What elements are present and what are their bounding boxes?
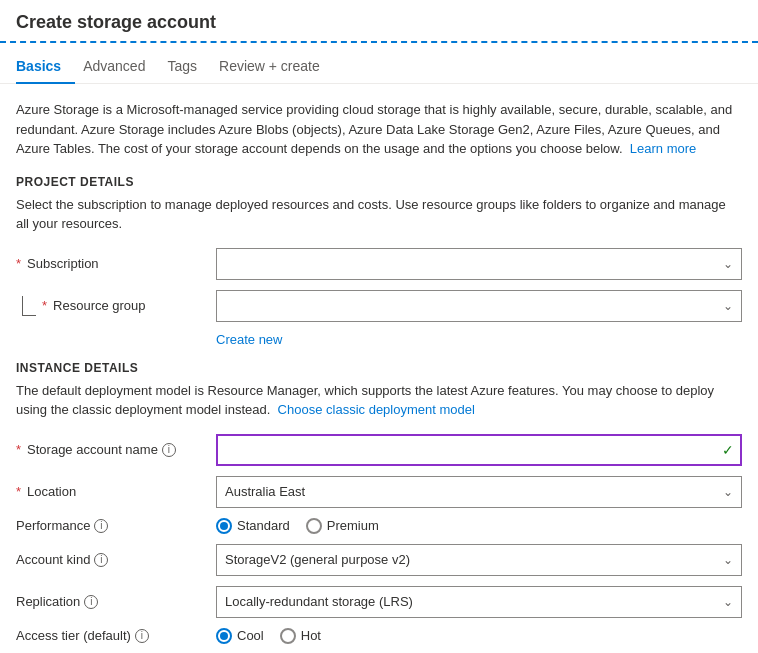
storage-name-input[interactable] [216,434,742,466]
resource-group-chevron-icon: ⌄ [723,299,733,313]
performance-radio-group: Standard Premium [216,518,742,534]
performance-standard-radio-circle [216,518,232,534]
performance-premium-radio[interactable]: Premium [306,518,379,534]
resource-group-row: * Resource group ⌄ [16,290,742,322]
replication-label: Replication i [16,594,216,609]
account-kind-control: StorageV2 (general purpose v2) ⌄ [216,544,742,576]
access-tier-hot-label: Hot [301,628,321,643]
resource-group-control: ⌄ [216,290,742,322]
performance-control: Standard Premium [216,518,742,534]
storage-name-input-wrapper: ✓ [216,434,742,466]
account-kind-value: StorageV2 (general purpose v2) [225,552,410,567]
location-required-star: * [16,484,21,499]
location-value: Australia East [225,484,305,499]
resource-group-required-star: * [42,298,47,313]
performance-premium-label: Premium [327,518,379,533]
page-header: Create storage account [0,0,758,43]
create-new-link[interactable]: Create new [16,332,742,347]
storage-name-check-icon: ✓ [722,442,734,458]
access-tier-hot-radio-circle [280,628,296,644]
storage-name-info-icon[interactable]: i [162,443,176,457]
access-tier-label: Access tier (default) i [16,628,216,643]
storage-name-row: * Storage account name i ✓ [16,434,742,466]
location-row: * Location Australia East ⌄ [16,476,742,508]
subscription-dropdown[interactable]: ⌄ [216,248,742,280]
replication-control: Locally-redundant storage (LRS) ⌄ [216,586,742,618]
replication-chevron-icon: ⌄ [723,595,733,609]
indent-line [22,296,36,316]
page-title: Create storage account [16,12,742,33]
performance-label: Performance i [16,518,216,533]
choose-deployment-link[interactable]: Choose classic deployment model [278,402,475,417]
performance-standard-label: Standard [237,518,290,533]
performance-premium-radio-circle [306,518,322,534]
storage-name-label: * Storage account name i [16,442,216,457]
performance-row: Performance i Standard Premium [16,518,742,534]
subscription-chevron-icon: ⌄ [723,257,733,271]
access-tier-control: Cool Hot [216,628,742,644]
subscription-required-star: * [16,256,21,271]
subscription-row: * Subscription ⌄ [16,248,742,280]
replication-dropdown[interactable]: Locally-redundant storage (LRS) ⌄ [216,586,742,618]
resource-group-dropdown[interactable]: ⌄ [216,290,742,322]
replication-row: Replication i Locally-redundant storage … [16,586,742,618]
tabs-nav: Basics Advanced Tags Review + create [0,47,758,84]
instance-details-heading: INSTANCE DETAILS [16,361,742,375]
project-details-desc: Select the subscription to manage deploy… [16,195,742,234]
access-tier-cool-radio[interactable]: Cool [216,628,264,644]
subscription-label: * Subscription [16,256,216,271]
tab-tags[interactable]: Tags [167,48,211,84]
storage-name-required-star: * [16,442,21,457]
location-control: Australia East ⌄ [216,476,742,508]
access-tier-row: Access tier (default) i Cool Hot [16,628,742,644]
account-kind-row: Account kind i StorageV2 (general purpos… [16,544,742,576]
location-chevron-icon: ⌄ [723,485,733,499]
access-tier-cool-radio-circle [216,628,232,644]
tab-review-create[interactable]: Review + create [219,48,334,84]
resource-group-indent: * Resource group [16,296,216,316]
subscription-control: ⌄ [216,248,742,280]
performance-info-icon[interactable]: i [94,519,108,533]
learn-more-link[interactable]: Learn more [630,141,696,156]
storage-name-control: ✓ [216,434,742,466]
description-text: Azure Storage is a Microsoft-managed ser… [16,100,742,159]
resource-group-label: * Resource group [42,298,146,313]
tab-basics[interactable]: Basics [16,48,75,84]
access-tier-cool-label: Cool [237,628,264,643]
project-details-heading: PROJECT DETAILS [16,175,742,189]
tab-advanced[interactable]: Advanced [83,48,159,84]
location-dropdown[interactable]: Australia East ⌄ [216,476,742,508]
instance-details-desc: The default deployment model is Resource… [16,381,742,420]
access-tier-radio-group: Cool Hot [216,628,742,644]
main-content: Azure Storage is a Microsoft-managed ser… [0,84,758,653]
performance-standard-radio[interactable]: Standard [216,518,290,534]
access-tier-info-icon[interactable]: i [135,629,149,643]
replication-info-icon[interactable]: i [84,595,98,609]
account-kind-info-icon[interactable]: i [94,553,108,567]
access-tier-hot-radio[interactable]: Hot [280,628,321,644]
account-kind-label: Account kind i [16,552,216,567]
account-kind-dropdown[interactable]: StorageV2 (general purpose v2) ⌄ [216,544,742,576]
account-kind-chevron-icon: ⌄ [723,553,733,567]
location-label: * Location [16,484,216,499]
replication-value: Locally-redundant storage (LRS) [225,594,413,609]
